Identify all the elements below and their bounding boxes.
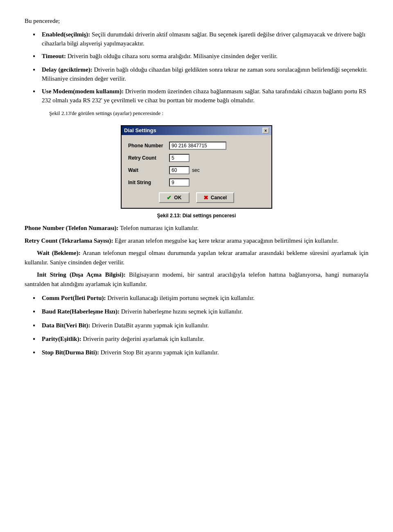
bullet2-text-5: Stop Bit(Durma Biti): Driverin Stop Bit … bbox=[42, 348, 368, 357]
bullet2-desc-1: Driverin kullanacağı iletişim portunu se… bbox=[106, 295, 255, 301]
bullet2-text-3: Data Bit(Veri Bit): Driverin DataBit aya… bbox=[42, 321, 368, 330]
bullet-dot-4: • bbox=[33, 87, 40, 97]
dialog-titlebar: Dial Settings × bbox=[122, 126, 271, 135]
bullet2-label-4: Parity(Eşitlik): bbox=[42, 336, 81, 342]
bullet2-desc-2: Driverin haberleşme hızını seçmek için k… bbox=[120, 308, 243, 315]
dialog-field-label-3: Init String bbox=[128, 179, 169, 186]
dialog-title: Dial Settings bbox=[124, 126, 156, 135]
bullet2-desc-4: Driverin parity değerini ayarlamak için … bbox=[81, 336, 204, 342]
page-content: Bu pencerede; • Enabled(seçilmiş): Seçil… bbox=[25, 16, 368, 358]
bullet2-item-databit: • Data Bit(Veri Bit): Driverin DataBit a… bbox=[33, 321, 368, 331]
bullet2-text-2: Baud Rate(Haberleşme Hızı): Driverin hab… bbox=[42, 307, 368, 316]
desc-init: Init String (Dışa Açma Bilgisi): Bilgisa… bbox=[25, 270, 368, 289]
dialog-fields: Phone NumberRetry CountWaitsecInit Strin… bbox=[128, 142, 265, 187]
dialog-field-input-3[interactable] bbox=[169, 178, 190, 187]
desc-wait-label: Wait (Bekleme): bbox=[37, 250, 81, 256]
dialog-field-row-1: Retry Count bbox=[128, 154, 265, 162]
dialog-field-row-3: Init String bbox=[128, 178, 265, 187]
bullet-text-4: Use Modem(modem kullanım): Driverin mode… bbox=[42, 87, 368, 105]
dialog-titlebar-buttons: × bbox=[262, 128, 269, 133]
dialog-buttons-row: ✔ OK ✖ Cancel bbox=[128, 192, 265, 203]
bullet-item-enabled: • Enabled(seçilmiş): Seçili durumdaki dr… bbox=[33, 30, 368, 48]
ok-label: OK bbox=[174, 195, 181, 201]
dialog-field-input-2[interactable] bbox=[169, 166, 190, 174]
bullet2-text-1: Comm Port(İleti Portu): Driverin kullana… bbox=[42, 293, 368, 303]
dialog-field-label-0: Phone Number bbox=[128, 142, 169, 149]
dialog-field-unit-2: sec bbox=[192, 167, 200, 174]
desc-phone-text: Telefon numarası için kullanılır. bbox=[119, 225, 199, 231]
bullet2-desc-3: Driverin DataBit ayarını yapmak için kul… bbox=[90, 322, 209, 329]
dialog-field-input-1[interactable] bbox=[169, 154, 190, 162]
bullet2-dot-3: • bbox=[33, 321, 40, 331]
desc-phone: Phone Number (Telefon Numarası): Telefon… bbox=[25, 223, 368, 233]
checkmark-icon: ✔ bbox=[167, 194, 172, 201]
bullet2-text-4: Parity(Eşitlik): Driverin parity değerin… bbox=[42, 334, 368, 344]
bullet-item-delay: • Delay (geciktirme): Driverin bağlı old… bbox=[33, 65, 368, 83]
bullet-text-2: Timeout: Driverin bağlı olduğu cihaza so… bbox=[42, 52, 368, 61]
bullets2-section: • Comm Port(İleti Portu): Driverin kulla… bbox=[25, 293, 368, 358]
bullet2-dot-1: • bbox=[33, 293, 40, 304]
dialog-field-row-2: Waitsec bbox=[128, 166, 265, 174]
dialog-field-label-1: Retry Count bbox=[128, 154, 169, 162]
bullet-item-timeout: • Timeout: Driverin bağlı olduğu cihaza … bbox=[33, 52, 368, 62]
bullet-text-3: Delay (geciktirme): Driverin bağlı olduğ… bbox=[42, 65, 368, 83]
bullet-label-4: Use Modem(modem kullanım): bbox=[42, 88, 124, 95]
bullet-dot-2: • bbox=[33, 52, 40, 62]
dialog-field-row-0: Phone Number bbox=[128, 142, 265, 150]
dialog-close-btn[interactable]: × bbox=[262, 128, 269, 133]
bullet-label-1: Enabled(seçilmiş): bbox=[42, 31, 90, 38]
bullet-text-1: Enabled(seçilmiş): Seçili durumdaki driv… bbox=[42, 30, 368, 48]
desc-phone-label: Phone Number (Telefon Numarası): bbox=[25, 225, 119, 231]
bullet-dot-1: • bbox=[33, 30, 40, 40]
sekil-intro-text: Şekil 2.13'de görülen settings (ayarlar)… bbox=[49, 109, 368, 117]
bullet-item-modem: • Use Modem(modem kullanım): Driverin mo… bbox=[33, 87, 368, 105]
bullet2-item-commport: • Comm Port(İleti Portu): Driverin kulla… bbox=[33, 293, 368, 304]
descriptions-section: Phone Number (Telefon Numarası): Telefon… bbox=[25, 223, 368, 289]
bullet2-item-stopbit: • Stop Bit(Durma Biti): Driverin Stop Bi… bbox=[33, 348, 368, 358]
bullet2-label-3: Data Bit(Veri Bit): bbox=[42, 322, 90, 329]
dialog-cancel-button[interactable]: ✖ Cancel bbox=[196, 192, 234, 203]
bullet-label-2: Timeout: bbox=[42, 53, 66, 59]
dialog-caption: Şekil 2.13: Dial settings penceresi bbox=[157, 212, 236, 219]
desc-retry-label: Retry Count (Tekrarlama Sayısı): bbox=[25, 237, 113, 244]
bullet2-dot-5: • bbox=[33, 348, 40, 358]
bullet2-label-5: Stop Bit(Durma Biti): bbox=[42, 349, 99, 356]
dialog-field-label-2: Wait bbox=[128, 167, 169, 174]
bullet2-item-baudrate: • Baud Rate(Haberleşme Hızı): Driverin h… bbox=[33, 307, 368, 317]
desc-wait: Wait (Bekleme): Aranan telefonun meşgul … bbox=[25, 248, 368, 267]
bullet2-label-1: Comm Port(İleti Portu): bbox=[42, 295, 106, 301]
dialog-ok-button[interactable]: ✔ OK bbox=[159, 192, 190, 203]
dialog-container: Dial Settings × Phone NumberRetry CountW… bbox=[25, 125, 368, 219]
intro-bullets: • Enabled(seçilmiş): Seçili durumdaki dr… bbox=[25, 30, 368, 105]
bullet2-label-2: Baud Rate(Haberleşme Hızı): bbox=[42, 308, 120, 315]
bullet2-dot-4: • bbox=[33, 334, 40, 345]
bullet2-item-parity: • Parity(Eşitlik): Driverin parity değer… bbox=[33, 334, 368, 345]
bullet2-dot-2: • bbox=[33, 307, 40, 317]
desc-retry: Retry Count (Tekrarlama Sayısı): Eğer ar… bbox=[25, 236, 368, 246]
x-icon: ✖ bbox=[203, 194, 208, 201]
bullet-desc-1: Seçili durumdaki driverin aktif olmasını… bbox=[42, 31, 366, 47]
dialog-box: Dial Settings × Phone NumberRetry CountW… bbox=[121, 125, 272, 209]
bullet-dot-3: • bbox=[33, 65, 40, 75]
desc-init-label: Init String (Dışa Açma Bilgisi): bbox=[37, 271, 126, 278]
dialog-field-input-0[interactable] bbox=[169, 142, 226, 150]
bullet-desc-2: Driverin bağlı olduğu cihaza soru sorma … bbox=[66, 53, 278, 59]
desc-retry-text: Eğer aranan telefon meşgulse kaç kere te… bbox=[113, 237, 339, 244]
bullet2-desc-5: Driverin Stop Bit ayarını yapmak için ku… bbox=[99, 349, 219, 356]
cancel-label: Cancel bbox=[211, 195, 227, 201]
dialog-body: Phone NumberRetry CountWaitsecInit Strin… bbox=[122, 135, 271, 208]
bullet-label-3: Delay (geciktirme): bbox=[42, 66, 93, 73]
intro-title: Bu pencerede; bbox=[25, 16, 368, 26]
